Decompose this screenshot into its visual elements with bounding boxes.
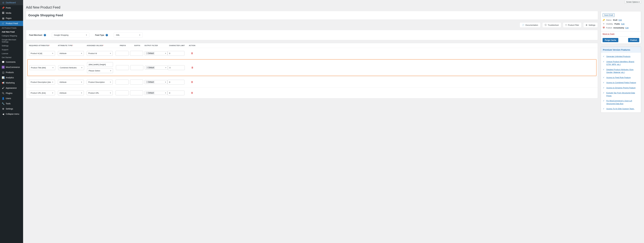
sub-all-feeds[interactable]: All Product Feeds bbox=[0, 26, 23, 30]
sidebar-item-posts[interactable]: 📌Posts bbox=[0, 5, 23, 11]
prefix-input[interactable] bbox=[116, 80, 128, 85]
sidebar-item-users[interactable]: 👤Users bbox=[0, 96, 23, 101]
attr-type-select[interactable]: Attribute▼ bbox=[58, 91, 84, 95]
sidebar-item-dashboard[interactable]: ⊙Dashboard bbox=[0, 0, 23, 5]
assigned-value-select[interactable]: Please Select▼ bbox=[87, 68, 113, 73]
feature-link[interactable]: Access To An Elite Support Team. bbox=[606, 107, 634, 110]
sidebar-item-comments[interactable]: 💬Comments bbox=[0, 59, 23, 65]
sub-license[interactable]: License bbox=[0, 52, 23, 56]
suffix-input[interactable] bbox=[130, 51, 143, 56]
sidebar-item-products[interactable]: ◫Products bbox=[0, 70, 23, 75]
remove-tag-icon[interactable]: × bbox=[147, 81, 148, 83]
feature-link[interactable]: Access to Feed Rule Feature bbox=[606, 76, 630, 79]
output-filter-select[interactable]: ×Default▼ bbox=[144, 51, 168, 55]
sidebar-item-appearance[interactable]: 🖌Appearance bbox=[0, 85, 23, 91]
th-action: Action bbox=[186, 45, 198, 46]
troubleshoot-button[interactable]: ⓘTroubleshoot bbox=[542, 22, 561, 28]
attr-type-select[interactable]: Attribute▼ bbox=[58, 80, 84, 85]
sub-settings[interactable]: Settings bbox=[0, 44, 23, 48]
sidebar-item-woocommerce[interactable]: WWooCommerce bbox=[0, 65, 23, 70]
products-icon: ◫ bbox=[2, 71, 4, 74]
edit-schedule-link[interactable]: Edit bbox=[626, 27, 628, 29]
sidebar-item-pages[interactable]: ▤Pages bbox=[0, 16, 23, 21]
purge-cache-button[interactable]: Purge Cache bbox=[602, 38, 618, 42]
sub-add-new-feed[interactable]: Add New Feed bbox=[0, 30, 23, 34]
sub-category-mapping[interactable]: Category Mapping bbox=[0, 34, 23, 38]
suffix-input[interactable] bbox=[130, 65, 143, 70]
feed-config-row: Feed Merchant ? Google Shopping▼ Feed Ty… bbox=[26, 30, 598, 40]
feed-merchant-select[interactable]: Google Shopping▼ bbox=[52, 32, 89, 38]
suffix-input[interactable] bbox=[130, 90, 143, 95]
feed-type-select[interactable]: XML▼ bbox=[114, 32, 142, 38]
help-icon[interactable]: ? bbox=[44, 34, 46, 36]
th-limit: Character Limit bbox=[168, 45, 186, 46]
assigned-value-input[interactable]: {title} {width} {height} bbox=[87, 62, 113, 67]
main-content: Screen Options ▾ Add New Product Feed Go… bbox=[23, 0, 644, 243]
sidebar-item-collapse[interactable]: ◀Collapse menu bbox=[0, 111, 23, 117]
edit-status-link[interactable]: Edit bbox=[618, 19, 622, 21]
sub-google-merchant[interactable]: Google Merchant Settings bbox=[0, 38, 23, 44]
remove-tag-icon[interactable]: × bbox=[147, 52, 148, 54]
output-filter-select[interactable]: ×Default▼ bbox=[144, 91, 168, 95]
required-attr-select[interactable]: Product URL [link]▼ bbox=[29, 91, 55, 95]
sidebar-item-tools[interactable]: 🔧Tools bbox=[0, 101, 23, 106]
delete-row-button[interactable]: 🗑 bbox=[186, 81, 198, 83]
publish-button[interactable]: Publish bbox=[628, 38, 639, 42]
required-attr-select[interactable]: Product Id [id]▼ bbox=[29, 51, 55, 56]
feature-link[interactable]: Unique Product Identifiers (Brand, GTIN,… bbox=[606, 60, 639, 66]
documentation-button[interactable]: 📄Documentation bbox=[520, 22, 540, 28]
assigned-value-select[interactable]: Product Id▼ bbox=[87, 51, 113, 56]
attribute-row: Product Description [des▼ Attribute▼ Pro… bbox=[26, 77, 598, 87]
comment-icon: 💬 bbox=[2, 61, 4, 63]
users-icon: 👤 bbox=[2, 97, 4, 100]
eye-icon: 👁 bbox=[602, 23, 605, 25]
assigned-value-select[interactable]: Product URL▼ bbox=[87, 91, 113, 95]
prefix-input[interactable] bbox=[116, 90, 128, 95]
suffix-input[interactable] bbox=[130, 80, 143, 85]
assigned-value-select[interactable]: Product Description▼ bbox=[87, 80, 113, 85]
sub-support[interactable]: Support bbox=[0, 48, 23, 52]
feature-link[interactable]: Detailed Product Attributes (Size, Gende… bbox=[606, 68, 639, 74]
delete-row-button[interactable]: 🗑 bbox=[186, 52, 198, 55]
settings-button[interactable]: ⚙Settings bbox=[583, 22, 598, 28]
prefix-input[interactable] bbox=[116, 65, 129, 70]
sidebar-item-product-feed[interactable]: 🛒Product Feed bbox=[0, 21, 23, 26]
prefix-input[interactable] bbox=[116, 51, 128, 56]
save-draft-button[interactable]: Save Draft bbox=[602, 13, 614, 17]
move-to-trash-link[interactable]: Move to Trash bbox=[602, 33, 614, 35]
sub-get-started[interactable]: Get Started bbox=[0, 56, 23, 59]
char-limit-input[interactable]: 0 bbox=[168, 51, 184, 56]
sidebar-item-media[interactable]: 🖼Media bbox=[0, 11, 23, 16]
feature-link[interactable]: Access to Combined Fields Feature bbox=[606, 81, 636, 84]
remove-tag-icon[interactable]: × bbox=[147, 67, 148, 69]
delete-row-button[interactable]: 🗑 bbox=[186, 66, 198, 69]
output-filter-select[interactable]: ×Default▼ bbox=[144, 80, 168, 84]
delete-row-button[interactable]: 🗑 bbox=[186, 92, 198, 94]
settings-icon: ⚙ bbox=[2, 107, 4, 110]
required-attr-select[interactable]: Product Title [title]▼ bbox=[29, 65, 55, 70]
feature-link[interactable]: Exclude Tax From Structured Data Prices bbox=[606, 91, 639, 97]
sidebar-item-marketing[interactable]: 📢Marketing bbox=[0, 80, 23, 85]
screen-options-tab[interactable]: Screen Options ▾ bbox=[625, 1, 641, 4]
remove-tag-icon[interactable]: × bbox=[147, 92, 148, 94]
marketing-icon: 📢 bbox=[2, 81, 4, 84]
info-icon: ⓘ bbox=[545, 24, 546, 26]
attr-type-select[interactable]: Combined Attributes▼ bbox=[58, 65, 84, 70]
required-attr-select[interactable]: Product Description [des▼ bbox=[29, 80, 55, 85]
product-filter-button[interactable]: ▽Product Filter bbox=[563, 22, 582, 28]
char-limit-input[interactable]: 0 bbox=[168, 65, 185, 70]
sidebar-item-plugins[interactable]: 🔌Plugins bbox=[0, 91, 23, 96]
sidebar-item-settings[interactable]: ⚙Settings bbox=[0, 106, 23, 111]
attr-type-select[interactable]: Attribute▼ bbox=[58, 51, 84, 56]
feature-item: ✓Access to Combined Fields Feature bbox=[603, 80, 639, 85]
help-icon[interactable]: ? bbox=[106, 34, 108, 36]
edit-visibility-link[interactable]: Edit bbox=[621, 23, 624, 25]
output-filter-select[interactable]: ×Default▼ bbox=[145, 66, 168, 70]
char-limit-input[interactable]: 0 bbox=[168, 91, 184, 95]
char-limit-input[interactable]: 0 bbox=[168, 80, 184, 85]
pin-icon: 📌 bbox=[2, 6, 4, 9]
feature-link[interactable]: Access to Dynamic Pricing Feature bbox=[606, 86, 636, 89]
feature-link[interactable]: Fix WooCommerce's (Json-Ld) Structured D… bbox=[606, 99, 639, 105]
sidebar-item-analytics[interactable]: 📊Analytics bbox=[0, 75, 23, 80]
feature-link[interactable]: Generate Unlimited Products bbox=[606, 55, 630, 58]
